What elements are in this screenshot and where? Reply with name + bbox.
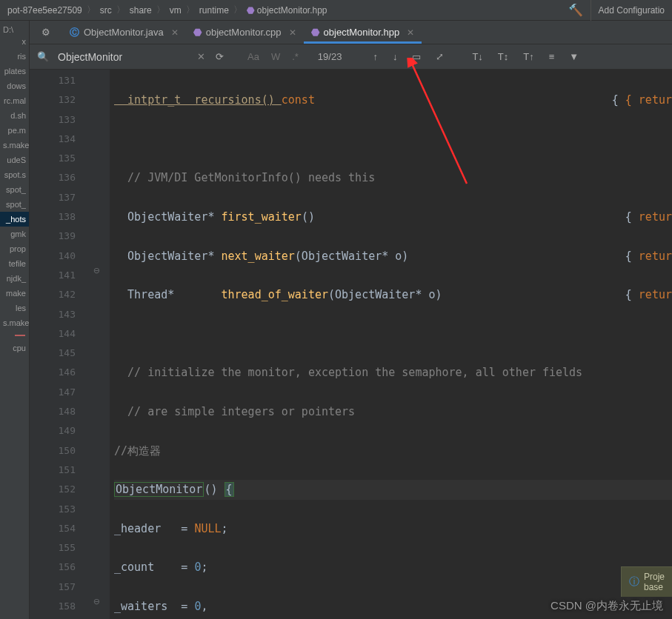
tab-objectmonitor-cpp[interactable]: ⬣ objectMonitor.cpp ✕ bbox=[186, 21, 304, 44]
proj-item[interactable]: s.make bbox=[0, 315, 29, 330]
proj-item[interactable]: spot_ bbox=[0, 182, 29, 197]
cpp-file-icon: ⬣ bbox=[193, 27, 202, 38]
proj-item[interactable]: rc.mal bbox=[0, 93, 29, 108]
close-icon[interactable]: ✕ bbox=[289, 27, 296, 38]
code-text: first_waiter bbox=[222, 210, 302, 224]
proj-item[interactable]: x bbox=[0, 34, 29, 49]
select-all-icon[interactable]: ▭ bbox=[407, 51, 425, 62]
match-count: 19/23 bbox=[318, 51, 342, 62]
proj-item[interactable]: udeS bbox=[0, 153, 29, 167]
settings-icon[interactable]: ≡ bbox=[545, 51, 559, 62]
line-number: 152 bbox=[30, 480, 76, 499]
cpp-header-icon: ⬣ bbox=[311, 27, 319, 38]
line-number: 153 bbox=[30, 500, 76, 519]
code-text: ; bbox=[201, 561, 207, 574]
tip-line1: Proje bbox=[644, 572, 665, 582]
tab-objectmonitor-java[interactable]: Ⓒ ObjectMonitor.java ✕ bbox=[62, 21, 186, 44]
line-number: 133 bbox=[30, 110, 76, 130]
proj-item[interactable]: njdk_ bbox=[0, 271, 29, 286]
history-icon[interactable]: ⟳ bbox=[211, 51, 228, 62]
filter-t-icon[interactable]: T↓ bbox=[468, 51, 487, 62]
prev-match-icon[interactable]: ↑ bbox=[368, 51, 382, 62]
editor-body[interactable]: 131 132 133 134 135 136 137 138 139 140 … bbox=[30, 70, 672, 619]
line-number: 131 bbox=[30, 71, 76, 90]
close-icon[interactable]: ✕ bbox=[407, 27, 414, 38]
code-text: (ObjectWaiter* o) bbox=[328, 288, 442, 301]
close-icon[interactable]: ✕ bbox=[171, 27, 179, 38]
crumb-file[interactable]: ⬣ objectMonitor.hpp bbox=[244, 5, 330, 16]
line-number: 149 bbox=[30, 421, 76, 441]
proj-item[interactable]: make bbox=[0, 286, 29, 301]
code-text: { { retur bbox=[612, 90, 672, 110]
crumb-vm[interactable]: vm bbox=[167, 5, 184, 16]
line-number: 143 bbox=[30, 305, 76, 324]
project-tree[interactable]: D:\ x ris plates dows rc.mal d.sh pe.m s… bbox=[0, 21, 30, 619]
proj-item[interactable]: cpu bbox=[0, 341, 29, 355]
search-icon: 🔍 bbox=[37, 51, 49, 62]
code-text: Thread* bbox=[114, 288, 222, 301]
chevron-right-icon: 〉 bbox=[116, 4, 125, 16]
code-text: { bbox=[224, 482, 234, 497]
code-text: () bbox=[204, 483, 224, 496]
fold-icon[interactable]: ⊖ bbox=[93, 595, 99, 607]
proj-item[interactable]: les bbox=[0, 301, 29, 315]
code-text bbox=[114, 324, 672, 344]
crumb-share[interactable]: share bbox=[127, 5, 155, 16]
filter-icon[interactable]: ▼ bbox=[565, 51, 583, 62]
proj-item[interactable]: spot_ bbox=[0, 197, 29, 212]
build-icon[interactable]: 🔨 bbox=[568, 3, 583, 17]
code-text: _count = bbox=[114, 561, 194, 574]
clear-search-icon[interactable]: ✕ bbox=[197, 51, 205, 62]
tab-objectmonitor-hpp[interactable]: ⬣ objectMonitor.hpp ✕ bbox=[304, 21, 422, 44]
proj-item[interactable]: gmk bbox=[0, 227, 29, 241]
tab-label: ObjectMonitor.java bbox=[84, 27, 164, 38]
whole-word-toggle[interactable]: W bbox=[268, 51, 283, 62]
next-match-icon[interactable]: ↓ bbox=[388, 51, 402, 62]
proj-item[interactable]: ris bbox=[0, 49, 29, 64]
proj-item[interactable]: plates bbox=[0, 64, 29, 78]
proj-item[interactable]: _hots bbox=[0, 212, 29, 227]
notification-panel[interactable]: ⓘ Proje base bbox=[621, 566, 672, 597]
code-text: const bbox=[282, 93, 315, 107]
line-number: 146 bbox=[30, 363, 76, 382]
line-number: 159 bbox=[30, 616, 76, 619]
crumb-root[interactable]: pot-87ee5ee27509 bbox=[4, 5, 85, 16]
code-area[interactable]: intptr_t recursions() const{ { retur // … bbox=[110, 70, 672, 619]
filter-t-icon[interactable]: T↕ bbox=[493, 51, 513, 62]
crumb-src[interactable]: src bbox=[97, 5, 115, 16]
code-text: NULL bbox=[194, 522, 221, 535]
proj-item[interactable]: tefile bbox=[0, 256, 29, 271]
line-number: 134 bbox=[30, 130, 76, 149]
chevron-right-icon: 〉 bbox=[233, 4, 242, 16]
proj-item[interactable]: dows bbox=[0, 78, 29, 93]
proj-item[interactable]: pe.m bbox=[0, 123, 29, 138]
tab-label: objectMonitor.cpp bbox=[206, 27, 282, 38]
filter-t-icon[interactable]: T↑ bbox=[519, 51, 538, 62]
crumb-runtime[interactable]: runtime bbox=[196, 5, 232, 16]
add-configuration-button[interactable]: Add Configuratio bbox=[591, 0, 672, 21]
match-case-toggle[interactable]: Aa bbox=[244, 51, 262, 62]
code-text: ; bbox=[222, 522, 228, 535]
chevron-right-icon: 〉 bbox=[156, 4, 165, 16]
proj-item[interactable]: s.make bbox=[0, 138, 29, 153]
regex-toggle[interactable]: .* bbox=[289, 51, 302, 62]
line-number: 138 bbox=[30, 207, 76, 227]
gear-icon[interactable]: ⚙ bbox=[30, 27, 62, 38]
proj-item[interactable]: prop bbox=[0, 241, 29, 256]
proj-item[interactable]: d.sh bbox=[0, 108, 29, 123]
code-text: { retur bbox=[625, 285, 672, 304]
open-in-window-icon[interactable]: ⤢ bbox=[431, 51, 448, 62]
code-text: () bbox=[302, 210, 315, 224]
fold-icon[interactable]: ⊖ bbox=[93, 264, 99, 276]
line-number: 154 bbox=[30, 519, 76, 538]
proj-item[interactable]: spot.s bbox=[0, 167, 29, 182]
code-comment: //构造器 bbox=[114, 441, 672, 461]
code-comment: // JVM/DI GetMonitorInfo() needs this bbox=[114, 168, 672, 187]
line-number: 135 bbox=[30, 149, 76, 168]
code-text bbox=[114, 130, 672, 149]
code-text: _header = bbox=[114, 522, 194, 535]
line-number: 141 bbox=[30, 266, 76, 285]
search-input[interactable] bbox=[58, 51, 191, 63]
line-number: 144 bbox=[30, 324, 76, 344]
code-text: ObjectWaiter* bbox=[114, 250, 222, 263]
